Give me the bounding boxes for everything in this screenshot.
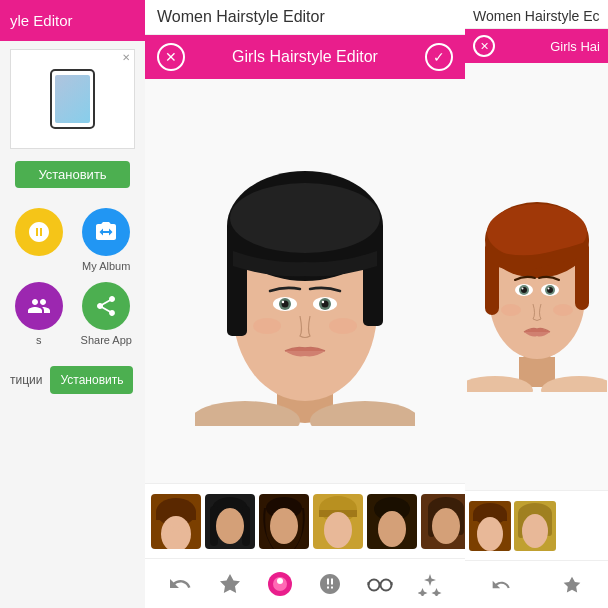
right-tool-bar (465, 560, 608, 608)
svg-point-65 (501, 304, 521, 316)
share-circle-icon[interactable] (82, 282, 130, 330)
icon-item-yellow (10, 208, 68, 272)
hair-thumb-3[interactable] (259, 494, 309, 549)
right-panel: Women Hairstyle Ec ✕ Girls Hai (465, 0, 608, 608)
face-tool[interactable] (312, 566, 348, 602)
svg-point-24 (178, 525, 188, 533)
ad-close-icon[interactable]: ✕ (122, 52, 130, 63)
svg-point-17 (322, 301, 324, 303)
hair-thumb-1[interactable] (151, 494, 201, 549)
install-button-bottom[interactable]: Установить (50, 366, 133, 394)
svg-point-69 (477, 517, 503, 551)
middle-sub-header: ✕ Girls Hairstyle Editor ✓ (145, 35, 465, 79)
svg-point-16 (282, 301, 284, 303)
middle-tool-bar (145, 558, 465, 608)
right-image-area (465, 63, 608, 490)
left-panel: yle Editor ✕ Установить My Album (0, 0, 145, 608)
ad-phone-screen (55, 75, 90, 123)
svg-point-43 (369, 579, 380, 590)
right-sub-title: Girls Hai (550, 39, 600, 54)
icon-item-purple: s (10, 282, 68, 346)
svg-point-9 (230, 183, 380, 253)
middle-app-header: Women Hairstyle Editor (145, 0, 465, 35)
svg-point-42 (277, 578, 283, 584)
hair-thumb-5[interactable] (367, 494, 417, 549)
icon-item-share[interactable]: Share App (78, 282, 136, 346)
svg-point-44 (381, 579, 392, 590)
svg-point-66 (553, 304, 573, 316)
middle-image-area (145, 79, 465, 483)
middle-panel: Women Hairstyle Editor ✕ Girls Hairstyle… (145, 0, 465, 608)
competition-text: тиции (10, 373, 42, 387)
bottom-install-row: тиции Установить (0, 366, 145, 394)
right-app-header: Women Hairstyle Ec (465, 0, 608, 29)
glasses-tool[interactable] (362, 566, 398, 602)
left-header: yle Editor (0, 0, 145, 41)
woman-face-svg (195, 136, 415, 426)
svg-point-19 (329, 318, 357, 334)
share-icon-label: Share App (81, 334, 132, 346)
svg-rect-8 (363, 226, 383, 326)
purple-circle-icon[interactable] (15, 282, 63, 330)
ad-phone (50, 69, 95, 129)
sparkle-tool[interactable] (412, 566, 448, 602)
hair-thumb-6[interactable] (421, 494, 465, 549)
right-sub-header: ✕ Girls Hai (465, 29, 608, 63)
svg-point-64 (547, 287, 549, 289)
middle-close-button[interactable]: ✕ (157, 43, 185, 71)
svg-point-30 (270, 508, 298, 544)
ad-block: ✕ (10, 49, 135, 149)
left-header-title: yle Editor (10, 12, 73, 29)
right-hair-thumb-1[interactable] (469, 501, 511, 551)
svg-rect-7 (227, 226, 247, 336)
right-woman-face-svg (467, 162, 607, 392)
purple-icon-label: s (36, 334, 42, 346)
install-button-top[interactable]: Установить (15, 161, 130, 188)
yellow-circle-icon[interactable] (15, 208, 63, 256)
album-circle-icon[interactable] (82, 208, 130, 256)
hairstyle-bar (145, 483, 465, 558)
undo-tool[interactable] (162, 566, 198, 602)
adjust-tool[interactable] (212, 566, 248, 602)
middle-sub-title: Girls Hairstyle Editor (232, 48, 378, 66)
svg-point-18 (253, 318, 281, 334)
hair-thumb-4[interactable] (313, 494, 363, 549)
svg-point-33 (324, 512, 352, 548)
middle-check-button[interactable]: ✓ (425, 43, 453, 71)
svg-point-73 (522, 514, 548, 548)
icon-grid: My Album s Share App (0, 208, 145, 346)
middle-app-title: Women Hairstyle Editor (157, 8, 453, 26)
right-app-title: Women Hairstyle Ec (473, 8, 600, 24)
album-icon-label: My Album (82, 260, 130, 272)
right-close-button[interactable]: ✕ (473, 35, 495, 57)
svg-point-39 (432, 508, 460, 544)
svg-point-23 (164, 525, 174, 533)
right-hair-thumb-2[interactable] (514, 501, 556, 551)
icon-item-album[interactable]: My Album (78, 208, 136, 272)
svg-point-35 (378, 511, 406, 547)
hair-thumb-2[interactable] (205, 494, 255, 549)
svg-point-28 (216, 508, 244, 544)
hair-color-tool[interactable] (262, 566, 298, 602)
right-undo-tool[interactable] (487, 571, 515, 599)
right-adjust-tool[interactable] (558, 571, 586, 599)
svg-point-63 (521, 287, 523, 289)
right-hairstyle-bar (465, 490, 608, 560)
